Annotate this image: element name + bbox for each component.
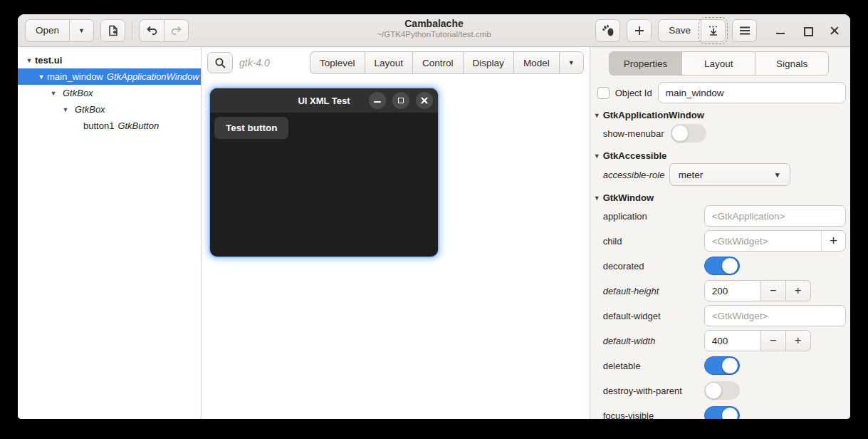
property-label: default-widget: [603, 311, 704, 321]
property-label: decorated: [603, 261, 704, 272]
chevron-down-icon: ▼: [568, 59, 575, 66]
search-button[interactable]: [207, 52, 233, 73]
child-add-button[interactable]: +: [821, 231, 845, 251]
focus-visible-switch[interactable]: [704, 406, 740, 419]
switch-knob: [721, 257, 738, 274]
switch-knob: [721, 357, 738, 374]
maximize-button[interactable]: [802, 25, 813, 36]
save-button[interactable]: Save: [658, 19, 701, 42]
default-width-increment-button[interactable]: +: [786, 330, 811, 351]
workspace-toolbar: ToplevelLayoutControlDisplayModel▼: [202, 47, 590, 78]
type-filter-dropdown-button[interactable]: ▼: [559, 51, 584, 74]
default-width-value-input[interactable]: [704, 330, 761, 351]
search-input[interactable]: [239, 57, 303, 68]
preview-headerbar[interactable]: UI XML Test: [210, 88, 438, 113]
child-input[interactable]: [705, 231, 821, 251]
accessible-role-dropdown[interactable]: meter▼: [669, 163, 790, 186]
preview-close-button[interactable]: [416, 92, 433, 109]
expander-icon[interactable]: ▼: [60, 106, 71, 113]
tree-row[interactable]: ▼GtkBox: [18, 85, 201, 101]
property-control: +: [704, 230, 846, 252]
window-controls: [775, 25, 840, 36]
gnome-logo-button[interactable]: [595, 19, 620, 42]
expander-icon[interactable]: ▼: [23, 57, 35, 64]
type-filter-layout[interactable]: Layout: [365, 51, 413, 74]
deletable-switch[interactable]: [704, 356, 740, 375]
new-file-button[interactable]: [100, 19, 125, 42]
decorated-switch[interactable]: [704, 257, 740, 275]
tree-row[interactable]: ▼test.ui: [18, 52, 201, 68]
add-window-button[interactable]: [627, 19, 652, 42]
expander-icon: ▼: [594, 112, 603, 119]
export-icon: [707, 24, 720, 37]
section-title: GtkWindow: [603, 192, 654, 203]
expander-icon: ▼: [594, 153, 603, 160]
property-label: default-height: [603, 286, 704, 296]
redo-button[interactable]: [164, 19, 189, 42]
preview-title: UI XML Test: [298, 95, 350, 106]
tab-signals[interactable]: Signals: [755, 51, 829, 76]
object-id-input[interactable]: [659, 83, 845, 103]
preview-test-button[interactable]: Test button: [214, 117, 288, 139]
preview-window[interactable]: UI XML Test Test button: [210, 88, 438, 257]
object-id-checkbox[interactable]: [597, 87, 610, 99]
type-filter-model[interactable]: Model: [513, 51, 559, 74]
close-button[interactable]: [829, 25, 840, 36]
property-row-focus-visible: focus-visible: [603, 405, 846, 419]
property-sections: ▼GtkApplicationWindowshow-menubar▼GtkAcc…: [590, 107, 850, 419]
open-dropdown-button[interactable]: ▼: [69, 19, 94, 42]
application-entry: [704, 205, 846, 227]
section-header-gtkaccessible[interactable]: ▼GtkAccessible: [590, 148, 850, 163]
titlebar-left: Open ▼: [25, 19, 189, 42]
object-tree-panel: ▼test.ui▼main_windowGtkApplicationWindow…: [18, 47, 202, 419]
property-label: deletable: [603, 361, 704, 371]
tree-row[interactable]: button1GtkButton: [18, 118, 201, 134]
tab-properties[interactable]: Properties: [609, 51, 682, 76]
export-button[interactable]: [701, 19, 726, 42]
default-height-decrement-button[interactable]: −: [761, 280, 786, 301]
expander-icon[interactable]: ▼: [36, 73, 47, 81]
default-height-spinbutton: −+: [704, 280, 811, 301]
tree-row[interactable]: ▼main_windowGtkApplicationWindow: [18, 68, 201, 85]
preview-maximize-button[interactable]: [392, 92, 409, 109]
type-filter-display[interactable]: Display: [463, 51, 513, 74]
undo-button[interactable]: [139, 19, 164, 42]
default-height-value-input[interactable]: [704, 280, 761, 301]
search-icon: [214, 57, 226, 69]
property-label: destroy-with-parent: [603, 386, 704, 396]
tree-item-type: GtkBox: [75, 104, 105, 115]
property-row-show-menubar: show-menubar: [603, 123, 846, 144]
hamburger-menu-icon: [739, 26, 751, 36]
property-row-child: child+: [603, 230, 846, 252]
section-header-gtkwindow[interactable]: ▼GtkWindow: [590, 190, 850, 205]
expander-icon[interactable]: ▼: [48, 90, 59, 97]
tab-layout[interactable]: Layout: [681, 51, 755, 76]
preview-minimize-button[interactable]: [369, 92, 386, 109]
app-window: Open ▼: [18, 14, 850, 419]
type-filter-toplevel[interactable]: Toplevel: [310, 51, 365, 74]
workspace: ToplevelLayoutControlDisplayModel▼ UI XM…: [202, 47, 590, 419]
type-filter-control[interactable]: Control: [412, 51, 463, 74]
switch-knob: [705, 382, 722, 399]
property-row-destroy-with-parent: destroy-with-parent: [603, 380, 846, 401]
type-filter-group: ToplevelLayoutControlDisplayModel▼: [310, 51, 584, 74]
show-menubar-switch[interactable]: [671, 124, 706, 143]
tree-row[interactable]: ▼GtkBox: [18, 101, 201, 118]
default-height-increment-button[interactable]: +: [786, 280, 811, 301]
properties-tabs: PropertiesLayoutSignals: [609, 51, 829, 76]
property-control: [704, 406, 846, 419]
property-label: child: [603, 236, 704, 247]
open-button[interactable]: Open: [25, 19, 69, 42]
menu-button[interactable]: [732, 19, 757, 42]
destroy-with-parent-switch[interactable]: [704, 381, 740, 400]
minimize-button[interactable]: [775, 25, 786, 36]
default-width-decrement-button[interactable]: −: [761, 330, 786, 351]
tree-item-type: GtkApplicationWindow: [107, 71, 199, 82]
property-label: default-width: [603, 336, 704, 346]
application-input[interactable]: [705, 206, 845, 226]
default-widget-input[interactable]: [705, 306, 845, 326]
property-control: [704, 305, 846, 326]
tree-item-name: button1: [83, 120, 114, 131]
section-header-gtkapplicationwindow[interactable]: ▼GtkApplicationWindow: [590, 107, 850, 123]
property-control: [704, 381, 846, 400]
